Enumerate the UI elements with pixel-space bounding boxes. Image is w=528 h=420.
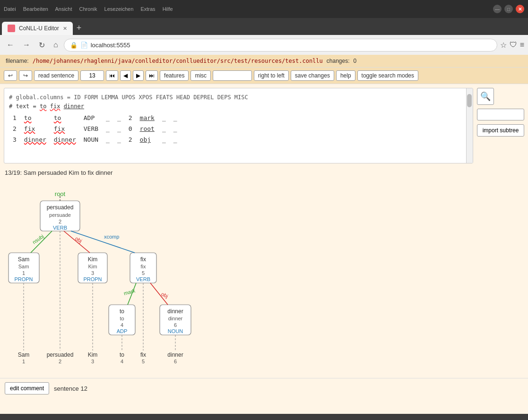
tree-graph-label: tree graph: [217, 72, 243, 79]
nav-bar: ← → ↻ ⌂ 🔒 📄 localhost:5555 ☆ 🛡 ≡: [0, 35, 528, 55]
misc-button[interactable]: misc: [190, 70, 211, 81]
menu-icon[interactable]: ≡: [520, 41, 524, 50]
search-button[interactable]: 🔍: [477, 88, 494, 105]
word-kim-num: 3: [91, 359, 94, 364]
tab-favicon: [8, 25, 15, 32]
sam-upos: PROPN: [14, 276, 33, 282]
table-row: 2 fix fix VERB _ _ 0 root _ _: [9, 124, 181, 135]
shield-icon[interactable]: 🛡: [510, 41, 517, 50]
edit-comment-button[interactable]: edit comment: [5, 382, 49, 394]
minimize-button[interactable]: —: [493, 5, 502, 13]
nav-last-button[interactable]: ⏭: [146, 70, 158, 81]
title-bar: Datei Bearbeiten Ansicht Chronik Lesezei…: [0, 0, 528, 18]
text-editor[interactable]: # global.columns = ID FORM LEMMA UPOS XP…: [4, 88, 473, 163]
editor-line1: # global.columns = ID FORM LEMMA UPOS XP…: [9, 93, 468, 102]
text-fix: fix: [50, 103, 61, 110]
cell-head: 0: [125, 124, 136, 135]
dinner-lemma: dinner: [168, 316, 183, 321]
word-dinner: dinner: [167, 351, 183, 358]
edge-label-obj2: obj: [160, 291, 169, 299]
edge-label-mark: mark: [123, 288, 136, 296]
cell-head: 2: [125, 135, 136, 146]
cell-deprel: obj: [136, 135, 158, 146]
word-persuaded: persuaded: [47, 351, 74, 358]
fix-num: 5: [142, 270, 145, 276]
filename-bar: filename: /home/johannes/rhaglenni/java/…: [0, 55, 528, 68]
address-bar[interactable]: 🔒 📄 localhost:5555: [64, 39, 497, 51]
changes-label: changes:: [327, 58, 350, 64]
editor-panel: # global.columns = ID FORM LEMMA UPOS XP…: [4, 88, 473, 163]
tab-close-button[interactable]: ✕: [63, 26, 67, 32]
nav-prev-button[interactable]: ◀: [120, 70, 131, 81]
word-to: to: [120, 351, 124, 358]
filename-path: /home/johannes/rhaglenni/java/conlledito…: [33, 58, 323, 64]
kim-num: 3: [91, 270, 94, 276]
menu-hilfe[interactable]: Hilfe: [163, 6, 173, 12]
cell-form: to: [20, 113, 50, 124]
sentence-info: 13/19: Sam persuaded Kim to fix dinner: [0, 167, 528, 178]
menu-lesezeichen[interactable]: Lesezeichen: [104, 6, 134, 12]
menu-datei[interactable]: Datei: [4, 6, 16, 12]
cell-misc: _: [170, 113, 181, 124]
import-subtree-button[interactable]: import subtree: [477, 124, 524, 137]
cell-feats: _: [113, 124, 125, 135]
menu-extras[interactable]: Extras: [140, 6, 155, 12]
word-persuaded-num: 2: [59, 359, 61, 364]
nav-next-button[interactable]: ▶: [133, 70, 144, 81]
toggle-search-button[interactable]: toggle search modes: [357, 70, 418, 81]
cell-xpos: _: [102, 124, 113, 135]
subtree-number: 5: [477, 109, 524, 120]
word-dinner-num: 6: [174, 359, 177, 364]
tree-container: root persuaded persuade 2 VERB Sam Sam 1…: [0, 178, 528, 378]
menu-ansicht[interactable]: Ansicht: [55, 6, 72, 12]
reload-button[interactable]: ↻: [36, 39, 48, 51]
scrollbar-track[interactable]: [466, 88, 473, 163]
menu-chronik[interactable]: Chronik: [79, 6, 97, 12]
cell-head: 2: [125, 113, 136, 124]
word-fix: fix: [140, 351, 146, 358]
dinner-num: 6: [174, 322, 177, 328]
word-fix-num: 5: [142, 359, 145, 364]
active-tab[interactable]: CoNLL-U Editor ✕: [2, 22, 73, 35]
kim-form: Kim: [88, 256, 98, 263]
sentence-label: sentence 12: [54, 385, 87, 392]
read-sentence-button[interactable]: read sentence: [34, 70, 78, 81]
new-tab-button[interactable]: +: [73, 21, 86, 35]
home-button[interactable]: ⌂: [51, 39, 61, 51]
sam-form: Sam: [18, 256, 30, 263]
right-to-left-button[interactable]: right to left: [254, 70, 289, 81]
cell-upos: NOUN: [80, 135, 102, 146]
cell-deps: _: [158, 124, 170, 135]
cell-xpos: _: [102, 135, 113, 146]
maximize-button[interactable]: □: [504, 5, 513, 13]
back-button[interactable]: ←: [4, 39, 17, 51]
features-button[interactable]: features: [160, 70, 189, 81]
forward-button[interactable]: →: [20, 39, 33, 51]
toolbar: ↩ ↪ read sentence ⏮ ◀ ▶ ⏭ features misc …: [0, 68, 528, 84]
persuaded-num: 2: [59, 219, 61, 224]
cell-lemma: fix: [50, 124, 80, 135]
to-num: 4: [121, 322, 123, 328]
menu-bearbeiten[interactable]: Bearbeiten: [23, 6, 48, 12]
bottom-bar: edit comment sentence 12: [0, 378, 528, 398]
cell-deps: _: [158, 113, 170, 124]
close-button[interactable]: ✕: [516, 5, 524, 13]
cell-form: fix: [20, 124, 50, 135]
save-changes-button[interactable]: save changes: [291, 70, 334, 81]
window-controls: — □ ✕: [493, 5, 524, 13]
tree-graph-dropdown[interactable]: tree graph ▾: [213, 70, 252, 81]
bookmark-icon[interactable]: ☆: [500, 41, 507, 50]
page: filename: /home/johannes/rhaglenni/java/…: [0, 55, 528, 414]
cell-id: 3: [9, 135, 20, 146]
address-text: localhost:5555: [91, 42, 491, 49]
sentence-number-input[interactable]: [80, 70, 104, 81]
scrollbar-thumb[interactable]: [467, 94, 472, 107]
redo-button[interactable]: ↪: [19, 70, 32, 81]
nav-extra-icons: ☆ 🛡 ≡: [500, 41, 524, 50]
nav-first-button[interactable]: ⏮: [106, 70, 118, 81]
cell-deprel: root: [136, 124, 158, 135]
tree-graph-dropdown-icon: ▾: [245, 72, 248, 79]
undo-button[interactable]: ↩: [4, 70, 17, 81]
help-button[interactable]: help: [336, 70, 355, 81]
edge-persuaded-kim: [64, 231, 90, 253]
